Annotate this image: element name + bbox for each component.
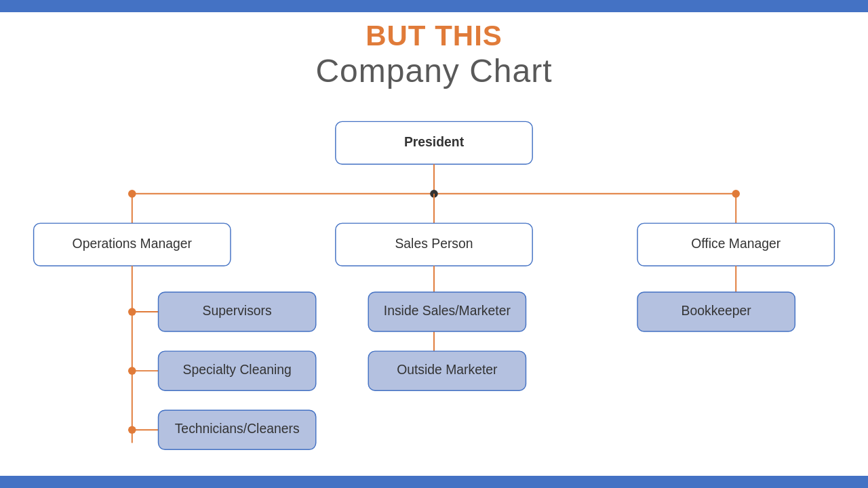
org-chart-svg: President Operations Manager Sales Perso… xyxy=(0,108,868,476)
office-manager-label: Office Manager xyxy=(691,236,781,251)
top-bar xyxy=(0,0,868,12)
bookkeeper-label: Bookkeeper xyxy=(682,303,752,318)
sales-label: Sales Person xyxy=(395,236,473,251)
president-label: President xyxy=(404,134,465,149)
technicians-label: Technicians/Cleaners xyxy=(175,421,300,436)
bottom-bar xyxy=(0,476,868,488)
title-area: BUT THIS Company Chart xyxy=(0,20,868,91)
chart-area: President Operations Manager Sales Perso… xyxy=(0,108,868,476)
specialty-label: Specialty Cleaning xyxy=(183,362,292,377)
outside-marketer-label: Outside Marketer xyxy=(397,362,498,377)
supervisors-label: Supervisors xyxy=(203,303,272,318)
main-title: Company Chart xyxy=(0,52,868,91)
accent-title: BUT THIS xyxy=(0,20,868,52)
ops-manager-label: Operations Manager xyxy=(73,236,193,251)
inside-sales-label: Inside Sales/Marketer xyxy=(384,303,511,318)
